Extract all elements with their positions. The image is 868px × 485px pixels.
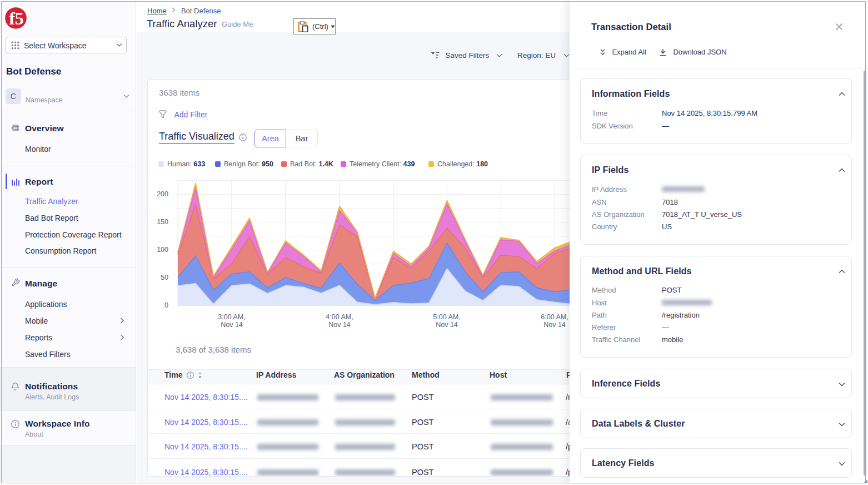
svg-text:f5: f5 — [9, 8, 24, 28]
